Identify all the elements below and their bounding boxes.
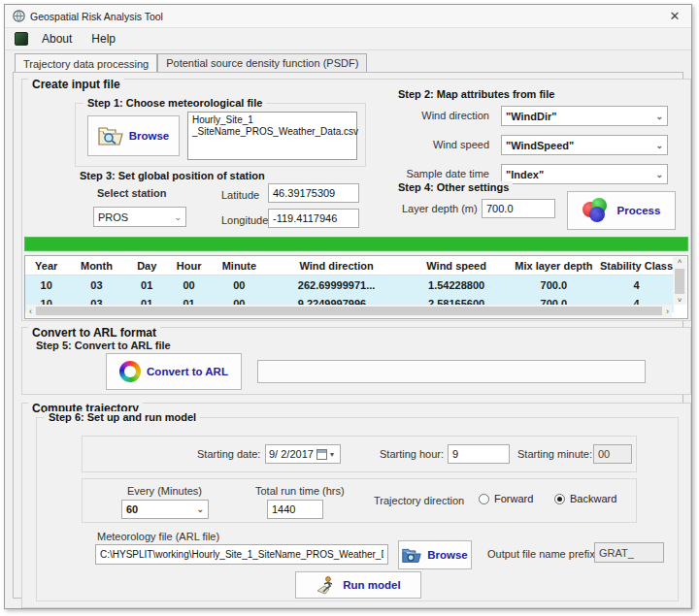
step3-title: Step 3: Set global position of station [76,170,269,181]
radio-selected-icon [554,494,565,504]
trajectory-direction-label: Trajectory direction [374,495,464,506]
arl-browse-label: Browse [427,549,468,561]
col-month[interactable]: Month [67,260,125,272]
about-icon [15,32,28,46]
scroll-left-icon[interactable]: ‹ [29,307,32,316]
wind-direction-label: Wind direction [421,110,489,121]
latitude-label: Latitude [221,189,259,201]
col-minute[interactable]: Minute [210,260,268,272]
chevron-down-icon: ⌄ [174,212,182,222]
sample-date-time-label: Sample date time [406,168,489,179]
menu-about[interactable]: About [34,29,80,49]
process-button[interactable]: Process [567,191,676,230]
layer-depth-input[interactable] [482,199,555,218]
convert-to-arl-button[interactable]: Convert to ARL [106,353,242,390]
arl-progress-bar [257,360,646,383]
starting-hour-input[interactable] [448,444,510,464]
total-run-time-label: Total run time (hrs) [255,485,345,497]
starting-date-label: Starting date: [197,448,260,460]
forward-label: Forward [494,493,533,504]
output-prefix-input[interactable] [594,542,664,563]
met-file-label: Meteorology file (ARL file) [97,531,219,542]
step1-title: Step 1: Choose meteorological file [83,97,266,109]
step3-group: Step 3: Set global position of station S… [75,175,366,231]
forward-radio[interactable]: Forward [479,493,533,504]
step2-title: Step 2: Map attributes from file [394,88,558,100]
run-model-button[interactable]: Run model [295,571,421,599]
close-button[interactable]: ✕ [658,5,691,28]
col-stability-class[interactable]: Stability Class [599,260,674,272]
step1-browse-button[interactable]: Browse [87,115,180,156]
process-progress-bar [24,237,688,251]
menu-bar: About Help [5,28,691,50]
wind-speed-combo[interactable]: "WindSpeed" ⌄ [501,135,668,155]
col-year[interactable]: Year [25,260,67,272]
wind-direction-combo[interactable]: "WindDir" ⌄ [501,106,668,126]
every-minutes-combo[interactable]: 60 ⌄ [121,500,209,519]
chevron-down-icon: ▾ [330,450,334,459]
process-label: Process [617,205,661,216]
col-mix-layer-depth[interactable]: Mix layer depth [509,260,600,272]
wind-speed-label: Wind speed [433,139,489,150]
menu-help[interactable]: Help [83,29,123,49]
cell: 00 [210,279,268,291]
running-person-icon [316,575,337,595]
starting-minute-label: Starting minute: [517,448,592,460]
arl-browse-button[interactable]: Browse [398,540,472,569]
scroll-down-icon[interactable]: ˅ [678,296,682,305]
select-station-label: Select station [97,187,167,199]
col-hour[interactable]: Hour [168,260,210,272]
met-csv-file-line2: _SiteName_PROS_Weather_Data.csv [192,126,352,138]
backward-label: Backward [570,493,616,504]
tab-psdf[interactable]: Potential source density function (PSDF) [157,53,367,72]
starting-minute-input[interactable] [593,444,632,464]
cell: 00 [168,279,210,291]
horizontal-scroll-thumb[interactable] [36,307,662,315]
table-row[interactable]: 10 03 01 00 00 262.69999971... 1.5422880… [25,276,674,294]
starting-date-value: 9/ 2/2017 [269,448,314,460]
convert-to-arl-label: Convert to ARL [147,366,228,377]
longitude-label: Longitude [221,214,268,226]
convert-arl-group: Convert to ARL format Step 5: Convert to… [21,327,691,395]
longitude-input[interactable] [268,209,359,228]
vertical-scrollbar[interactable]: ˄ ˅ [673,257,686,305]
weather-data-table: Year Month Day Hour Minute Wind directio… [24,255,688,319]
every-minutes-value: 60 [126,503,138,515]
tab-page: Create input file Step 1: Choose meteoro… [13,72,683,599]
step1-browse-label: Browse [129,130,170,142]
run-model-label: Run model [343,579,400,591]
starting-hour-label: Starting hour: [380,448,444,460]
met-file-input[interactable] [95,544,388,565]
total-run-time-input[interactable] [267,500,323,519]
starting-date-picker[interactable]: 9/ 2/2017 ▾ [265,444,341,464]
title-bar: Geospatial Risk Analysis Tool ✕ [5,5,691,28]
horizontal-scrollbar[interactable]: ‹ › [26,305,672,317]
folder-search-icon [402,547,421,564]
tab-trajectory-data-processing[interactable]: Trajectory data processing [15,53,157,73]
chevron-down-icon: ⌄ [655,170,663,179]
cell: 03 [67,279,125,291]
wind-direction-value: "WindDir" [506,111,557,122]
latitude-input[interactable] [268,183,359,203]
start-datetime-panel: Starting date: 9/ 2/2017 ▾ Starting hour… [82,436,637,472]
scroll-right-icon[interactable]: › [666,307,669,316]
col-wind-direction[interactable]: Wind direction [268,260,404,272]
step4-title: Step 4: Other settings [394,181,513,193]
every-minutes-label: Every (Minutes) [127,485,202,497]
vertical-scroll-thumb[interactable] [675,269,684,294]
run-settings-panel: Every (Minutes) 60 ⌄ Total run time (hrs… [82,478,637,523]
folder-search-icon [98,125,123,146]
layer-depth-label: Layer depth (m) [402,203,478,214]
sample-date-time-combo[interactable]: "Index" ⌄ [501,164,668,184]
scroll-up-icon[interactable]: ˄ [678,257,682,266]
chevron-down-icon: ⌄ [655,112,663,121]
cell: 1.54228800 [405,279,509,291]
col-wind-speed[interactable]: Wind speed [405,260,509,272]
col-day[interactable]: Day [126,260,168,272]
convert-arl-title: Convert to ARL format [28,327,160,339]
station-combo[interactable]: PROS ⌄ [93,207,186,227]
cell: 10 [25,279,67,291]
cell: 01 [126,279,168,291]
backward-radio[interactable]: Backward [554,493,616,504]
met-csv-file-box[interactable]: Hourly_Site_1 _SiteName_PROS_Weather_Dat… [187,112,357,160]
